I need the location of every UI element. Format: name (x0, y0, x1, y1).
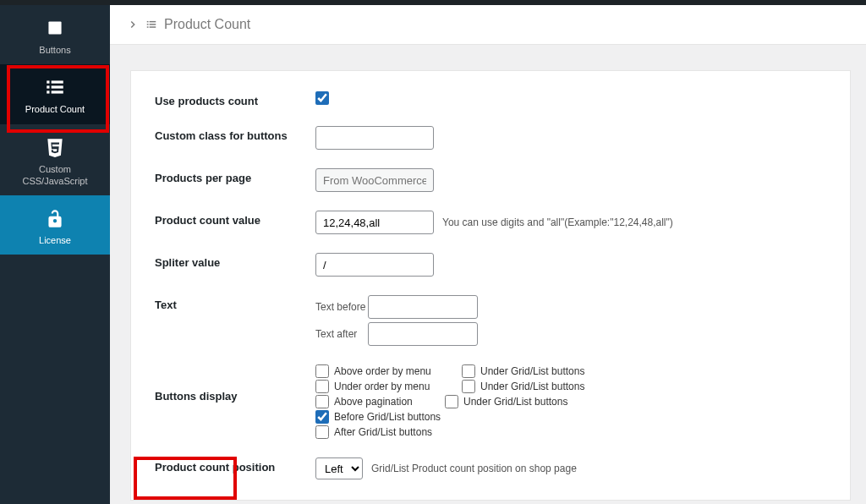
sidebar-item-license[interactable]: License (0, 195, 110, 255)
sidebar-item-label: Product Count (25, 103, 85, 115)
input-count-value[interactable] (315, 211, 434, 234)
svg-rect-3 (47, 86, 49, 89)
sidebar: Buttons Product Count Custom CSS/JavaScr… (0, 0, 110, 504)
label-text: Text (155, 295, 315, 311)
checkbox-before-grid-list[interactable]: Before Grid/List buttons (315, 410, 441, 424)
input-custom-class[interactable] (315, 126, 434, 150)
select-position[interactable]: Left (315, 457, 363, 479)
svg-rect-12 (150, 26, 156, 27)
label-position: Product count position (155, 457, 315, 474)
svg-rect-7 (147, 21, 149, 22)
checkbox-use-products-count[interactable] (315, 91, 329, 105)
settings-panel: Use products count Custom class for butt… (130, 70, 851, 501)
checkbox-above-pagination[interactable]: Above pagination (315, 395, 421, 408)
chevron-right-icon (127, 19, 139, 30)
checkbox-after-grid-list[interactable]: After Grid/List buttons (315, 425, 438, 439)
label-text-after: Text after (315, 328, 368, 340)
main-area: Product Count Use products count Custom … (110, 0, 866, 504)
breadcrumb: Product Count (110, 5, 866, 45)
label-buttons-display: Buttons display (155, 364, 315, 403)
checkbox-under-order-by[interactable]: Under order by menu (315, 380, 438, 393)
label-custom-class: Custom class for buttons (155, 126, 315, 142)
list-icon (145, 19, 157, 30)
input-text-before[interactable] (368, 295, 478, 319)
list-icon (43, 76, 67, 98)
checkbox-under-grid-list-2[interactable]: Under Grid/List buttons (462, 380, 584, 393)
label-use-products-count: Use products count (155, 91, 315, 107)
hint-count-value: You can use digits and "all"(Example:"12… (442, 216, 673, 228)
svg-rect-5 (47, 91, 49, 94)
page-title: Product Count (164, 17, 250, 32)
svg-rect-4 (52, 86, 63, 89)
input-text-after[interactable] (368, 322, 478, 346)
label-text-before: Text before (315, 301, 368, 313)
svg-rect-9 (147, 24, 149, 25)
checkbox-under-grid-list-3[interactable]: Under Grid/List buttons (445, 395, 567, 408)
unlock-icon (43, 207, 67, 229)
svg-rect-6 (52, 91, 63, 94)
input-products-per-page[interactable] (315, 168, 434, 192)
svg-rect-8 (150, 21, 156, 22)
sidebar-item-label: Buttons (39, 44, 70, 56)
input-splitter[interactable] (315, 253, 434, 277)
svg-rect-11 (147, 26, 149, 27)
hint-position: Grid/List Product count position on shop… (371, 463, 577, 474)
sidebar-item-custom-css-js[interactable]: Custom CSS/JavaScript (0, 124, 110, 196)
sidebar-item-label: Custom CSS/JavaScript (7, 163, 103, 188)
label-splitter: Spliter value (155, 253, 315, 269)
label-per-page: Products per page (155, 168, 315, 184)
svg-rect-10 (150, 24, 156, 25)
label-count-value: Product count value (155, 211, 315, 227)
checkbox-under-grid-list-1[interactable]: Under Grid/List buttons (462, 364, 584, 378)
buttons-icon (43, 17, 67, 39)
svg-rect-2 (52, 81, 63, 84)
sidebar-item-product-count[interactable]: Product Count (0, 64, 110, 123)
css-icon (43, 136, 67, 158)
checkbox-above-order-by[interactable]: Above order by menu (315, 364, 438, 378)
svg-rect-1 (47, 81, 49, 84)
sidebar-item-buttons[interactable]: Buttons (0, 5, 110, 64)
svg-rect-0 (48, 21, 61, 34)
sidebar-item-label: License (39, 234, 71, 246)
